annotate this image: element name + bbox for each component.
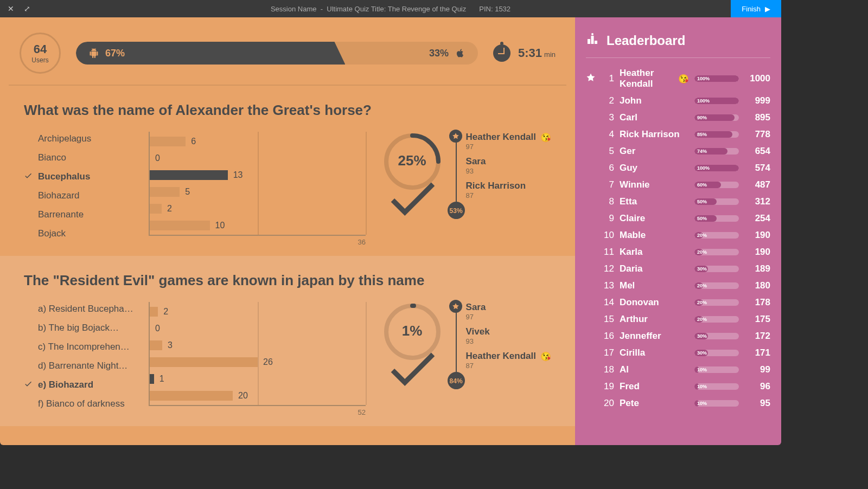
leaderboard-rank: 14 [602,297,614,308]
answer-text: Archipelagus [38,133,138,144]
bar [150,357,258,367]
expand-icon[interactable]: ⤢ [24,4,30,13]
android-icon [89,48,99,58]
bar [150,374,154,384]
platform-split-bar: 67% 33% [76,42,478,65]
leaderboard-row: 2John100%999 [586,95,770,106]
bar [150,204,162,214]
bar-value: 0 [155,324,160,333]
leaderboard-name: Carl [620,112,689,123]
leaderboard-bar: 74% [694,148,739,155]
svg-point-7 [591,33,593,35]
leaderboard-bar: 100% [694,75,739,82]
leaderboard-name: Claire [620,213,689,224]
top3-item: Heather Kendall😘97 [462,132,551,151]
leaderboard-row: 3Carl90%895 [586,112,770,123]
leaderboard-rank: 9 [602,213,614,224]
leaderboard-score: 895 [744,112,770,123]
leaderboard-row: 11Karla20%190 [586,247,770,258]
answer-row: f) Bianco of darkness [24,397,138,411]
top3-item: Sara93 [462,156,551,175]
timer: 5:31min [493,44,556,62]
leaderboard-rank: 2 [602,95,614,106]
bar-value: 3 [168,340,173,350]
leaderboard-score: 171 [744,348,770,358]
leaderboard-score: 778 [744,129,770,140]
leaderboard-bar: 50% [694,215,739,222]
svg-rect-6 [595,41,597,44]
answer-row: Bojack [24,227,138,241]
clock-icon [493,44,510,62]
leaderboard-score: 189 [744,263,770,274]
leaderboard-rank: 15 [602,314,614,325]
answer-chart: 6013521036 [149,132,366,246]
check-icon [24,171,34,183]
answer-row: e) Biohazard [24,378,138,392]
leaderboard-rank: 18 [602,364,614,375]
bar-value: 5 [185,187,190,197]
leaderboard-score: 574 [744,163,770,173]
top3-item: Heather Kendall😘87 [462,351,551,370]
question-title: The "Resident Evil" games are known in j… [24,272,551,289]
answer-chart: 2032612052 [149,302,366,416]
main-area: 64 Users 67% 33% 5:31min What wa [0,17,575,445]
top3-item: Rick Harrison87 [462,181,551,200]
leaderboard-name: Donovan [620,297,689,308]
leaderboard-name: Etta [620,196,689,207]
leaderboard-panel: Leaderboard 1Heather Kendall😘100%10002Jo… [575,17,781,445]
leaderboard-bar: 20% [694,282,739,289]
question-title: What was the name of Alexander the Great… [24,102,551,119]
leaderboard-score: 190 [744,230,770,241]
answer-text: Bianco [38,152,138,163]
chart-max: 52 [149,408,366,416]
bar [150,137,186,146]
answer-text: f) Bianco of darkness [38,398,138,409]
leaderboard-bar: 10% [694,383,739,390]
leaderboard-score: 172 [744,331,770,342]
leaderboard-row: 6Guy100%574 [586,163,770,173]
leaderboard-name: Guy [620,163,689,173]
bar [150,307,158,317]
leaderboard-score: 99 [744,364,770,375]
leaderboard-name: Mable [620,230,689,241]
percent-correct-gauge: 1% [382,302,442,362]
close-icon[interactable]: ✕ [8,4,14,13]
leaderboard-name: John [620,95,689,106]
leaderboard-score: 180 [744,280,770,291]
leaderboard-row: 12Daria30%189 [586,263,770,274]
leaderboard-row: 18Al10%99 [586,364,770,375]
leaderboard-rank: 4 [602,129,614,140]
bar [150,391,233,401]
leaderboard-score: 1000 [744,73,770,84]
leaderboard-rank: 7 [602,179,614,190]
top3-pct-badge: 84% [448,373,464,389]
session-name: Session Name [271,5,317,13]
leaderboard-score: 487 [744,179,770,190]
answer-row: Barrenante [24,208,138,222]
leaderboard-rank: 17 [602,348,614,358]
bar-value: 0 [155,153,160,163]
chevron-right-icon: ▶ [765,5,770,13]
leaderboard-name: Jenneffer [620,331,689,342]
answer-row: b) The big Bojack… [24,321,138,335]
leaderboard-row: 9Claire50%254 [586,213,770,224]
leaderboard-rank: 11 [602,247,614,258]
answer-row: Bianco [24,151,138,165]
leaderboard-name: Pete [620,398,689,409]
bar [150,187,180,197]
bar-value: 26 [263,357,273,367]
finish-button[interactable]: Finish ▶ [731,0,781,17]
leaderboard-row: 1Heather Kendall😘100%1000 [586,68,770,89]
leaderboard-row: 16Jenneffer30%172 [586,331,770,342]
answer-row: d) Barrenante Night… [24,359,138,373]
bar-value: 6 [191,137,196,146]
leaderboard-bar: 60% [694,182,739,188]
leaderboard-name: Heather Kendall😘 [620,68,689,89]
pin-label: PIN: 1532 [479,5,510,13]
top3-pct-badge: 53% [448,203,464,219]
bar [150,340,162,350]
answer-row: Biohazard [24,189,138,203]
leaderboard-rank: 13 [602,280,614,291]
check-icon [24,379,34,391]
leaderboard-row: 4Rick Harrison85%778 [586,129,770,140]
